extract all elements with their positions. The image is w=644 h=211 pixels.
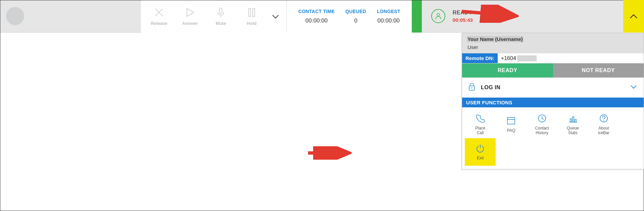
svg-point-9 [472,88,473,89]
user-panel: Your Name (Username) User Remote DN: +16… [462,33,644,169]
user-role: User [467,44,639,50]
exit-button[interactable]: Exit [465,138,496,166]
paq-label: PAQ [507,128,515,133]
queue-stats-button[interactable]: QueueStats [557,111,588,138]
queue-stats-label: QueueStats [567,126,579,136]
place-call-label: PlaceCall [475,126,485,136]
chevron-up-icon [629,11,639,21]
lock-icon [468,83,476,93]
svg-rect-15 [573,117,574,122]
status-text: READY 00:05:43 [453,10,473,23]
phone-icon [475,113,485,123]
status-label: READY [453,10,473,16]
svg-rect-10 [507,117,515,124]
collapse-panel-button[interactable] [623,0,644,33]
svg-rect-16 [575,119,576,122]
place-call-button[interactable]: PlaceCall [465,111,496,138]
person-icon [434,12,442,20]
contact-history-button[interactable]: ContactHistory [527,111,557,138]
login-expand-icon [630,83,638,92]
state-toggle-row: READY NOT READY [462,63,644,77]
about-label: AbouticeBar [598,126,609,136]
svg-point-7 [437,13,440,16]
remote-dn-text: +1604 [501,55,516,61]
svg-rect-14 [570,119,572,122]
power-icon [475,143,485,153]
not-ready-button[interactable]: NOT READY [553,63,644,77]
status-timer: 00:05:43 [453,17,473,23]
remote-dn-value[interactable]: +1604 [498,55,540,61]
question-icon [599,113,609,123]
user-status-icon [431,9,445,23]
redacted-segment [517,55,537,61]
user-functions-grid: PlaceCall PAQ ContactHistory QueueStats … [462,107,644,169]
svg-point-18 [603,120,604,121]
about-button[interactable]: AbouticeBar [588,111,619,138]
login-row[interactable]: LOG IN [462,77,644,98]
clock-icon [537,113,547,123]
bar-chart-icon [568,113,578,123]
login-label: LOG IN [481,85,500,91]
window-icon [506,116,516,126]
remote-dn-label: Remote DN: [462,53,498,63]
contact-history-label: ContactHistory [535,126,549,136]
paq-button[interactable]: PAQ [496,111,527,138]
exit-label: Exit [477,156,484,161]
chevron-down-icon [630,83,638,91]
ready-button[interactable]: READY [462,63,553,77]
remote-dn-row: Remote DN: +1604 [462,53,644,63]
user-panel-header: Your Name (Username) User [462,33,644,53]
user-display-name: Your Name (Username) [467,36,524,42]
status-zone: READY 00:05:43 [422,0,644,32]
user-functions-header: USER FUNCTIONS [462,98,644,107]
